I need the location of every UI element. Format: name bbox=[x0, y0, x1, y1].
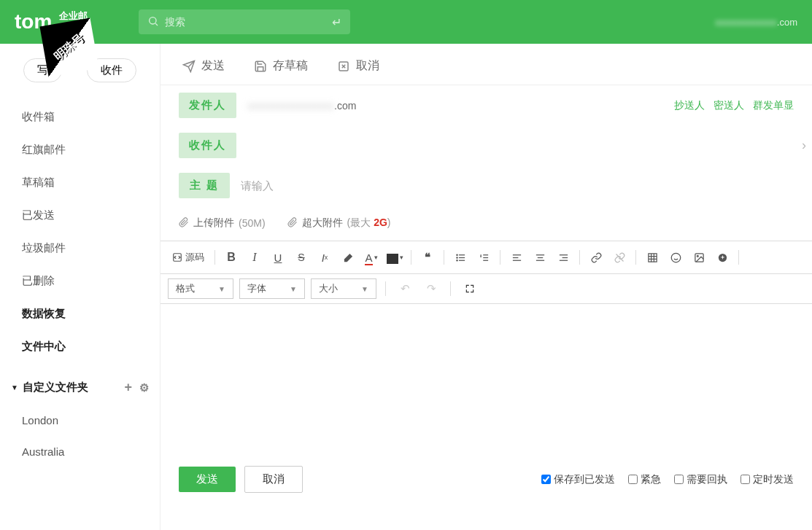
custom-folder-item[interactable]: Australia bbox=[0, 436, 160, 467]
cancel-action[interactable]: 取消 bbox=[337, 58, 379, 74]
subject-label: 主 题 bbox=[179, 173, 230, 198]
search-icon bbox=[147, 15, 159, 29]
subject-row: 主 题 bbox=[161, 165, 812, 206]
quote-button[interactable]: ❝ bbox=[417, 247, 438, 268]
unlink-button[interactable] bbox=[609, 247, 630, 268]
svg-point-0 bbox=[150, 17, 156, 23]
editor: 源码 B I U S Ix A▾ ▾ ❝ bbox=[161, 241, 812, 457]
svg-line-1 bbox=[155, 23, 158, 26]
attachment-row: 上传附件 (50M) 超大附件 (最大 2G) bbox=[161, 206, 812, 241]
svg-rect-27 bbox=[648, 253, 656, 261]
undo-button[interactable]: ↶ bbox=[395, 278, 415, 299]
sidebar-item-flagged[interactable]: 红旗邮件 bbox=[0, 133, 160, 166]
custom-folders-label: 自定义文件夹 bbox=[23, 381, 88, 394]
contacts-chevron-icon[interactable]: › bbox=[802, 138, 806, 153]
footer-cancel-button[interactable]: 取消 bbox=[244, 466, 303, 493]
editor-toolbar-1: 源码 B I U S Ix A▾ ▾ ❝ bbox=[161, 241, 812, 274]
sidebar-item-inbox[interactable]: 收件箱 bbox=[0, 101, 160, 133]
clip-icon bbox=[179, 217, 189, 230]
folder-settings-icon[interactable]: ⚙ bbox=[139, 381, 149, 394]
save-sent-checkbox[interactable]: 保存到已发送 bbox=[541, 473, 615, 486]
emoji-button[interactable] bbox=[665, 247, 686, 268]
sender-label: 发件人 bbox=[179, 93, 236, 118]
svg-line-26 bbox=[616, 254, 623, 261]
clip-icon bbox=[287, 217, 298, 230]
header: tom 企业邮 .tom ↵ xxxxxxxxxxxxx.com bbox=[0, 0, 812, 44]
sidebar-item-trash[interactable]: 已删除 bbox=[0, 265, 160, 297]
bcc-link[interactable]: 密送人 bbox=[714, 99, 744, 112]
special-button[interactable] bbox=[712, 247, 732, 268]
svg-point-12 bbox=[456, 257, 457, 257]
main-panel: 发送 存草稿 取消 发件人 xxxxxxxxxxxxxxxxx.com 抄送人 … bbox=[161, 44, 812, 530]
editor-body[interactable] bbox=[161, 304, 812, 457]
underline-button[interactable]: U bbox=[268, 247, 288, 268]
header-user[interactable]: xxxxxxxxxxxxx.com bbox=[715, 17, 797, 28]
send-action[interactable]: 发送 bbox=[182, 58, 225, 74]
draft-action[interactable]: 存草稿 bbox=[254, 58, 308, 74]
sidebar-item-restore[interactable]: 数据恢复 bbox=[0, 297, 160, 330]
mass-link[interactable]: 群发单显 bbox=[753, 99, 794, 112]
bg-color-button[interactable]: ▾ bbox=[384, 247, 405, 268]
sender-row: 发件人 xxxxxxxxxxxxxxxxx.com 抄送人 密送人 群发单显 bbox=[161, 85, 812, 125]
search-box[interactable]: ↵ bbox=[139, 9, 350, 34]
bold-button[interactable]: B bbox=[221, 247, 241, 268]
collapse-icon: ▼ bbox=[11, 383, 18, 391]
custom-folder-item[interactable]: London bbox=[0, 405, 160, 436]
fullscreen-button[interactable] bbox=[460, 278, 480, 299]
sidebar-item-drafts[interactable]: 草稿箱 bbox=[0, 166, 160, 199]
footer: 发送 取消 保存到已发送 紧急 需要回执 定时发送 bbox=[161, 457, 812, 502]
table-button[interactable] bbox=[642, 247, 662, 268]
sidebar: 写 收件 收件箱 红旗邮件 草稿箱 已发送 垃圾邮件 已删除 数据恢复 文件中心… bbox=[0, 44, 161, 530]
svg-point-32 bbox=[671, 253, 681, 262]
avatar-overlay: 明珠号 bbox=[39, 17, 98, 77]
image-button[interactable] bbox=[689, 247, 709, 268]
recipient-input[interactable] bbox=[247, 139, 794, 152]
sidebar-item-spam[interactable]: 垃圾邮件 bbox=[0, 232, 160, 265]
source-button[interactable]: 源码 bbox=[168, 251, 209, 264]
sidebar-item-sent[interactable]: 已发送 bbox=[0, 199, 160, 232]
action-bar: 发送 存草稿 取消 bbox=[161, 44, 812, 85]
align-left-button[interactable] bbox=[506, 247, 527, 268]
text-color-button[interactable]: A▾ bbox=[361, 247, 382, 268]
big-attachment[interactable]: 超大附件 (最大 2G) bbox=[287, 217, 391, 230]
recipient-label: 收件人 bbox=[179, 133, 236, 158]
number-list-button[interactable] bbox=[473, 247, 494, 268]
format-dropdown[interactable]: 格式▼ bbox=[168, 278, 233, 299]
svg-point-36 bbox=[697, 255, 698, 257]
svg-point-13 bbox=[456, 260, 457, 260]
footer-send-button[interactable]: 发送 bbox=[179, 467, 236, 492]
svg-point-11 bbox=[456, 254, 457, 255]
italic-button[interactable]: I bbox=[244, 247, 265, 268]
custom-folders-header[interactable]: ▼ 自定义文件夹 + ⚙ bbox=[0, 370, 160, 405]
search-input[interactable] bbox=[165, 16, 332, 28]
remove-format-button[interactable]: Ix bbox=[314, 247, 335, 268]
size-dropdown[interactable]: 大小▼ bbox=[311, 278, 376, 299]
recipient-row: 收件人 › bbox=[161, 125, 812, 165]
cancel-label: 取消 bbox=[356, 58, 379, 74]
receipt-checkbox[interactable]: 需要回执 bbox=[674, 473, 727, 486]
redo-button[interactable]: ↷ bbox=[421, 278, 441, 299]
send-label: 发送 bbox=[201, 58, 225, 74]
upload-attachment[interactable]: 上传附件 (50M) bbox=[179, 217, 266, 230]
sidebar-item-files[interactable]: 文件中心 bbox=[0, 330, 160, 363]
add-folder-icon[interactable]: + bbox=[124, 380, 132, 395]
schedule-checkbox[interactable]: 定时发送 bbox=[741, 473, 794, 486]
align-center-button[interactable] bbox=[530, 247, 550, 268]
align-right-button[interactable] bbox=[553, 247, 573, 268]
subject-input[interactable] bbox=[241, 179, 794, 192]
draft-label: 存草稿 bbox=[273, 58, 308, 74]
bullet-list-button[interactable] bbox=[450, 247, 471, 268]
link-button[interactable] bbox=[586, 247, 606, 268]
font-dropdown[interactable]: 字体▼ bbox=[239, 278, 305, 299]
editor-toolbar-2: 格式▼ 字体▼ 大小▼ ↶ ↷ bbox=[161, 274, 812, 304]
strike-button[interactable]: S bbox=[291, 247, 312, 268]
highlight-button[interactable] bbox=[338, 247, 358, 268]
cc-link[interactable]: 抄送人 bbox=[674, 99, 705, 112]
return-icon[interactable]: ↵ bbox=[332, 15, 341, 29]
urgent-checkbox[interactable]: 紧急 bbox=[628, 473, 661, 486]
